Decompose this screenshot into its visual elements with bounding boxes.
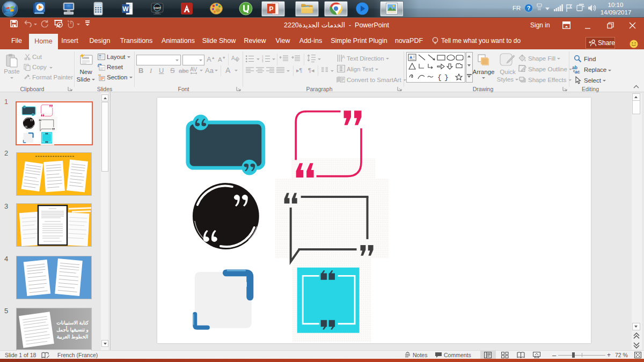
svg-text:الخطوط العربية: الخطوط العربية [57, 334, 89, 340]
svg-text:A: A [342, 54, 345, 60]
svg-text:A: A [231, 55, 235, 61]
svg-text:كتابة الاستبيانات: كتابة الاستبيانات [56, 320, 89, 326]
svg-text:AV: AV [190, 67, 197, 72]
svg-text:{: { [437, 73, 442, 81]
svg-text:3: 3 [262, 60, 264, 62]
svg-text:?: ? [527, 5, 531, 11]
svg-text:}: } [444, 73, 449, 81]
svg-text:ac: ac [575, 69, 580, 74]
svg-text:و تنسيقها بأجمل: و تنسيقها بأجمل [56, 326, 89, 333]
